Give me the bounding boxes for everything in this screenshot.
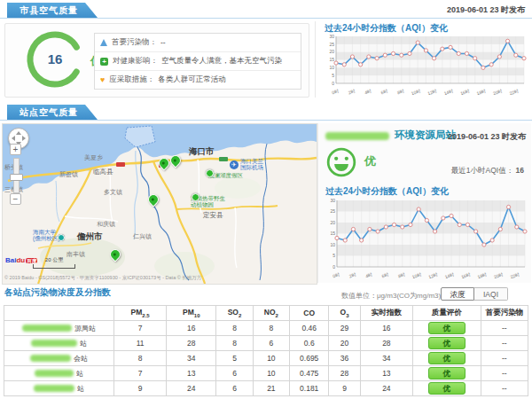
- table-cell: 8: [216, 336, 253, 351]
- map-label: 仁兴镇: [133, 233, 152, 240]
- map-label: 和庆镇: [97, 221, 115, 228]
- station-chart-title: 过去24小时分指数（AQI）变化: [325, 185, 449, 198]
- table-cell: 36: [329, 351, 360, 366]
- svg-text:30: 30: [330, 198, 335, 203]
- table-col-header: 质量评价: [412, 306, 481, 321]
- table-cell: 6: [216, 381, 253, 396]
- table-col-header: SO2: [216, 306, 253, 321]
- table-cell: 6: [216, 366, 253, 381]
- svg-text:14时: 14时: [444, 271, 455, 278]
- table-cell: 13: [360, 366, 412, 381]
- svg-text:2时: 2时: [348, 271, 356, 278]
- svg-text:5: 5: [332, 73, 334, 78]
- svg-text:16时: 16时: [460, 271, 471, 278]
- table-title: 各站点污染物浓度及分指数: [4, 286, 111, 299]
- table-cell: 28: [360, 336, 412, 351]
- svg-text:20: 20: [330, 220, 335, 225]
- toggle-concentration[interactable]: 浓度: [441, 287, 474, 301]
- measure-icon: ♥: [100, 76, 105, 84]
- redacted-station-name: [22, 325, 72, 332]
- redacted-station-name: [34, 385, 74, 392]
- pollutant-icon: [100, 39, 107, 46]
- table-cell: 20: [329, 336, 360, 351]
- station-grade: 优: [364, 153, 376, 169]
- map-label: 临高县: [93, 168, 113, 176]
- svg-text:25: 25: [330, 208, 335, 214]
- redacted-station-name: [30, 355, 71, 362]
- table-col-header: PM10: [167, 306, 216, 321]
- university-icon: [58, 234, 65, 241]
- zoom-out-button[interactable]: −: [10, 193, 21, 205]
- table-cell: 24: [167, 381, 216, 396]
- svg-text:10: 10: [330, 242, 335, 247]
- primary-pollutant-cell: --: [481, 336, 528, 351]
- table-cell: 0.6: [290, 336, 329, 351]
- svg-text:10: 10: [329, 65, 334, 70]
- tab-city-air-quality: 市县空气质量: [7, 3, 98, 18]
- svg-text:0: 0: [332, 264, 335, 270]
- station-name-suffix: 站: [77, 384, 84, 394]
- table-cell: 8: [114, 351, 167, 366]
- svg-text:0时: 0时: [332, 88, 340, 95]
- table-cell: 16: [167, 321, 216, 336]
- table-cell: 9: [114, 381, 167, 396]
- svg-text:15: 15: [329, 57, 334, 62]
- zoom-slider-handle[interactable]: [10, 174, 23, 181]
- aqi-info-box: 首要污染物：--+对健康影响：空气质量令人满意，基本无空气污染♥应采取措施：各类…: [94, 33, 301, 90]
- health-icon: +: [100, 58, 108, 66]
- map-label: 儋州市: [77, 232, 103, 241]
- svg-text:4时: 4时: [364, 88, 372, 95]
- table-cell: 7: [114, 321, 167, 336]
- publish-time: 2019-06-01 23 时发布: [447, 4, 525, 16]
- info-row: +对健康影响：空气质量令人满意，基本无空气污染: [95, 52, 301, 71]
- svg-text:14时: 14时: [443, 88, 454, 95]
- station-latest-aqi: 最近1小时AQI值： 16: [451, 166, 524, 176]
- primary-pollutant-cell: --: [481, 321, 528, 336]
- info-value: --: [160, 38, 166, 47]
- svg-text:8时: 8时: [396, 88, 404, 95]
- station-name: 环境资源局站: [395, 129, 456, 142]
- map-scale: 20 公里: [33, 256, 75, 269]
- info-value: 各类人群可正常活动: [158, 74, 226, 85]
- table-cell: 21: [253, 381, 289, 396]
- svg-text:4时: 4时: [364, 271, 372, 278]
- svg-text:18时: 18时: [476, 88, 487, 95]
- table-row: 站9246210.181924优--: [4, 381, 528, 396]
- table-col-header: 首要污染物: [481, 306, 528, 321]
- table-row: 站1128860.62028优--: [4, 336, 528, 351]
- table-cell: 29: [329, 321, 360, 336]
- primary-pollutant-cell: --: [481, 381, 528, 396]
- map-label: 海南大学(儋州校区): [33, 229, 59, 241]
- svg-text:6时: 6时: [380, 88, 388, 95]
- grade-badge: 优: [428, 337, 466, 349]
- station-dot-icon[interactable]: [192, 193, 200, 201]
- svg-text:20: 20: [329, 49, 334, 54]
- toggle-iaqi[interactable]: IAQI: [474, 287, 508, 301]
- svg-text:30: 30: [329, 34, 334, 39]
- redacted-station-name: [35, 370, 74, 377]
- station-aqi-chart: 0510152025300时2时4时6时8时10时12时14时16时18时20时…: [322, 197, 529, 278]
- table-cell: 9: [329, 381, 360, 396]
- table-cell: 7: [114, 366, 167, 381]
- info-row: ♥应采取措施：各类人群可正常活动: [95, 71, 301, 89]
- zoom-in-button[interactable]: +: [10, 144, 21, 155]
- table-cell: 0.695: [290, 351, 329, 366]
- svg-text:0: 0: [332, 81, 334, 86]
- svg-text:22时: 22时: [509, 88, 520, 95]
- station-dot-icon[interactable]: [206, 169, 214, 177]
- svg-text:8时: 8时: [397, 271, 405, 278]
- table-col-header: 实时指数: [360, 306, 412, 321]
- table-cell: 0.46: [290, 321, 329, 336]
- table-cell: 10: [253, 366, 289, 381]
- station-name-suffix: 站: [76, 369, 83, 379]
- map-attribution: © 2019 Baidu - GS(2018)5572号 - 甲测资字11009…: [4, 275, 201, 281]
- grade-badge: 优: [428, 322, 466, 334]
- svg-text:0时: 0时: [332, 271, 340, 278]
- smiley-face-icon: [325, 146, 357, 178]
- table-cell: 0.181: [290, 381, 329, 396]
- svg-text:20时: 20时: [492, 88, 503, 95]
- header-divider: [0, 18, 532, 19]
- baidu-map[interactable]: 海口市儋州市临高县定安县桥头镇美夏乡新盈镇三都镇多文镇和庆镇仁兴镇南丰镇海口美兰…: [2, 123, 317, 285]
- header-divider-2: [0, 120, 532, 121]
- grade-badge: 优: [428, 382, 466, 395]
